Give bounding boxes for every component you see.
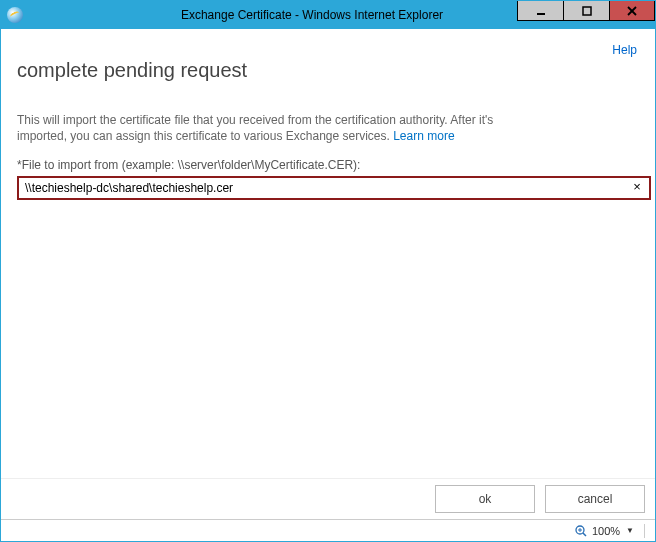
learn-more-link[interactable]: Learn more — [393, 129, 454, 143]
statusbar-separator — [644, 524, 645, 538]
window-root: Exchange Certificate - Windows Internet … — [0, 0, 656, 542]
minimize-button[interactable] — [517, 1, 563, 21]
zoom-level[interactable]: 100% — [592, 525, 620, 537]
chevron-down-icon[interactable]: ▼ — [624, 526, 636, 535]
help-link[interactable]: Help — [612, 43, 637, 57]
maximize-button[interactable] — [563, 1, 609, 21]
ie-icon — [7, 7, 23, 23]
svg-rect-1 — [583, 7, 591, 15]
file-input-wrap: × — [17, 176, 651, 200]
file-import-input[interactable] — [17, 176, 651, 200]
window-controls — [517, 1, 655, 21]
zoom-icon[interactable] — [574, 524, 588, 538]
page-description: This will import the certificate file th… — [17, 112, 537, 144]
page-title: complete pending request — [17, 59, 645, 82]
titlebar[interactable]: Exchange Certificate - Windows Internet … — [1, 1, 655, 29]
file-import-label: *File to import from (example: \\server\… — [17, 158, 639, 172]
status-bar: 100% ▼ — [1, 519, 655, 541]
clear-icon[interactable]: × — [629, 179, 645, 195]
content-area: Help complete pending request This will … — [1, 29, 655, 478]
svg-line-5 — [583, 533, 586, 536]
dialog-footer: ok cancel — [1, 478, 655, 519]
close-button[interactable] — [609, 1, 655, 21]
ok-button[interactable]: ok — [435, 485, 535, 513]
cancel-button[interactable]: cancel — [545, 485, 645, 513]
